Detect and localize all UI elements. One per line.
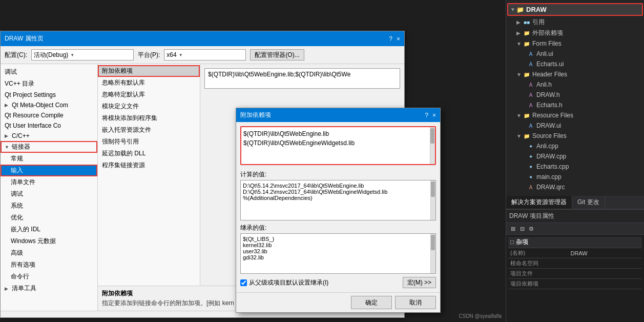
sub-dialog-close[interactable]: × (432, 112, 436, 119)
tree-item-manifest[interactable]: 清单文件 (1, 176, 97, 188)
tree-resource[interactable]: ▼ 📁 Resource Files (506, 110, 644, 120)
prop-alpha-btn[interactable]: ⊟ (517, 224, 527, 233)
sub-dialog-buttons: 确定 取消 (236, 292, 440, 312)
tree-echarts-cpp[interactable]: ✦ Echarts.cpp (506, 162, 644, 172)
tree-item-optimize[interactable]: 优化 (1, 212, 97, 224)
qrc-icon-draw: A (527, 183, 535, 191)
tree-item-linker[interactable]: ▼ 链接器 (1, 141, 97, 153)
cat-item-forcesym[interactable]: 强制符号引用 (98, 136, 200, 148)
draw-cpp-label: DRAW.cpp (536, 153, 566, 160)
tree-echarts-ui[interactable]: A Echarts.ui (506, 59, 644, 69)
expand-icon: ▶ (5, 286, 10, 291)
draw-node[interactable]: ▼ 📁 DRAW (507, 3, 643, 16)
cancel-btn[interactable]: 取消 (395, 296, 436, 309)
prop-settings-btn[interactable]: ⚙ (527, 224, 536, 233)
cat-item-asmlink[interactable]: 程序集链接资源 (98, 159, 200, 171)
tree-anli-h[interactable]: A Anli.h (506, 79, 644, 90)
echarts-ui-label: Echarts.ui (536, 61, 564, 68)
prop-row-namespace: 根命名空间 (508, 258, 642, 269)
prop-key-projfile: 项目文件 (508, 269, 568, 279)
tab-solution-explorer[interactable]: 解决方案资源管理器 (506, 196, 572, 209)
tree-item-qtui[interactable]: Qt User Interface Co (1, 120, 97, 131)
draw-expand-arrow: ▼ (510, 7, 516, 12)
inherit-checkbox[interactable] (240, 279, 247, 286)
prop-row-projfile: 项目文件 (508, 269, 642, 279)
cat-item-ignoreall[interactable]: 忽略所有默认库 (98, 77, 200, 89)
tree-label: 调试 (11, 190, 23, 198)
tree-ref[interactable]: ▶ ■■ 引用 (506, 17, 644, 28)
tree-form[interactable]: ▼ 📁 Form Files (506, 38, 644, 49)
prop-key-namespace: 根命名空间 (508, 258, 568, 269)
sub-dialog-question[interactable]: ? (425, 112, 428, 119)
sub-dialog-titlebar: 附加依赖项 ? × (236, 108, 440, 122)
tree-anli-ui[interactable]: A Anli.ui (506, 49, 644, 59)
computed-textarea: D:\Qt\5.14.2\msvc2017_64\lib\Qt5WebEngin… (240, 180, 436, 220)
tree-item-vcpp[interactable]: VC++ 目录 (1, 78, 97, 90)
tree-item-qtmeta[interactable]: ▶ Qt Meta-Object Com (1, 100, 97, 110)
cat-item-additional[interactable]: 附加依赖项 (98, 65, 200, 77)
cat-item-embed[interactable]: 嵌入托管资源文件 (98, 124, 200, 136)
tree-draw-h[interactable]: A DRAW.h (506, 90, 644, 100)
computed-line-2: D:\Qt\5.14.2\msvc2017_64\lib\Qt5WebEngin… (243, 189, 428, 195)
tree-item-alloptions[interactable]: 所有选项 (1, 259, 97, 271)
tree-source[interactable]: ▼ 📁 Source Files (506, 131, 644, 141)
tree-echarts-h[interactable]: A Echarts.h (506, 100, 644, 110)
cat-item-moddef[interactable]: 模块定义文件 (98, 100, 200, 112)
config-dropdown[interactable]: 活动(Debug) ▼ (31, 49, 134, 61)
tree-item-system[interactable]: 系统 (1, 200, 97, 212)
tree-anli-cpp[interactable]: ✦ Anli.cpp (506, 141, 644, 151)
tree-draw-ui[interactable]: A DRAW.ui (506, 120, 644, 131)
dialog-close-btn[interactable]: × (397, 35, 400, 43)
tree-main-cpp[interactable]: ✦ main.cpp (506, 172, 644, 182)
dialog-question-btn[interactable]: ? (389, 35, 392, 43)
tree-item-winmeta[interactable]: Windows 元数据 (1, 235, 97, 247)
inherit-check-label: 从父级或项目默认设置继承(I) (249, 278, 328, 287)
tree-item-debug2[interactable]: 调试 (1, 188, 97, 200)
tree-extern[interactable]: ▶ 📁 外部依赖项 (506, 28, 644, 38)
cat-item-addmod[interactable]: 将模块添加到程序集 (98, 112, 200, 124)
config-dropdown-arrow: ▼ (70, 53, 74, 57)
properties-bottom-panel: DRAW 项目属性 ⊞ ⊟ ⚙ □ 杂项 (名称) DRAW 根命名空间 项目文… (506, 209, 644, 322)
category-list: 附加依赖项 忽略所有默认库 忽略特定默认库 模块定义文件 将模块添加到程序集 嵌… (98, 64, 200, 286)
prop-cat-btn[interactable]: ⊞ (508, 224, 517, 233)
tree-label: VC++ 目录 (5, 79, 34, 88)
tree-item-cpp[interactable]: ▶ C/C++ (1, 131, 97, 141)
tree-item-general[interactable]: 常规 (1, 153, 97, 165)
tree-item-debug[interactable]: 调试 (1, 66, 97, 78)
tree-item-advanced[interactable]: 高级 (1, 247, 97, 259)
tree-draw-qrc[interactable]: A DRAW.qrc (506, 182, 644, 192)
tree-item-qtproject[interactable]: Qt Project Settings (1, 90, 97, 100)
tree-label: Qt Project Settings (5, 91, 56, 98)
expand-icon: ▶ (5, 103, 10, 108)
inherit-scrollbar-thumb (431, 235, 435, 250)
computed-scrollbar[interactable] (430, 180, 435, 220)
cat-item-delayload[interactable]: 延迟加载的 DLL (98, 148, 200, 159)
computed-section: 计算的值: D:\Qt\5.14.2\msvc2017_64\lib\Qt5We… (240, 170, 436, 220)
edit-line-2: $(QTDIR)\lib\Qt5WebEngineWidgetsd.lib (243, 138, 428, 148)
tree-draw-cpp[interactable]: ✦ DRAW.cpp (506, 151, 644, 162)
scrollbar[interactable] (430, 127, 435, 164)
prop-val-namespace (568, 258, 642, 269)
right-panel: ▼ 📁 DRAW ▶ ■■ 引用 ▶ 📁 外部依赖项 ▼ 📁 Form File… (506, 0, 644, 322)
tree-item-manifest2[interactable]: ▶ 清单工具 (1, 283, 97, 294)
folder-icon-extern: 📁 (523, 29, 531, 37)
draw-qrc-label: DRAW.qrc (536, 184, 565, 191)
draw-label: DRAW (526, 6, 547, 13)
config-manager-btn[interactable]: 配置管理器(O)... (250, 49, 304, 61)
tab-git[interactable]: Git 更改 (572, 196, 605, 209)
folder-icon-resource: 📁 (523, 111, 531, 119)
prop-panel-title: DRAW 项目属性 (509, 212, 554, 219)
platform-dropdown[interactable]: x64 ▼ (164, 49, 246, 61)
macro-btn[interactable]: 宏(M) >> (403, 277, 436, 288)
ok-btn[interactable]: 确定 (351, 296, 392, 309)
ref-expand: ▶ (516, 19, 523, 25)
tree-item-qtresource[interactable]: Qt Resource Compile (1, 110, 97, 120)
tree-item-input[interactable]: 输入 (1, 165, 97, 176)
tree-label: Windows 元数据 (11, 237, 56, 246)
tree-item-idl[interactable]: 嵌入的 IDL (1, 224, 97, 235)
tree-header[interactable]: ▼ 📁 Header Files (506, 69, 644, 79)
cat-item-ignorespec[interactable]: 忽略特定默认库 (98, 89, 200, 100)
tree-item-cmdline[interactable]: 命令行 (1, 271, 97, 283)
edit-textarea[interactable]: $(QTDIR)\lib\Qt5WebEngine.lib $(QTDIR)\l… (240, 126, 436, 165)
inherit-scrollbar[interactable] (430, 234, 435, 273)
